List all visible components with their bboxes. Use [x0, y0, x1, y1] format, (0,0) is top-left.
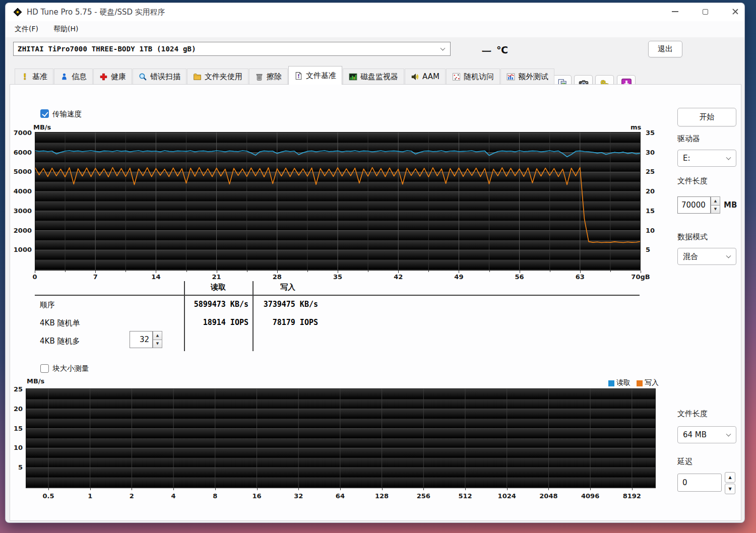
- queue-depth-stepper: ▲ ▼: [153, 331, 162, 348]
- axis-tick: [95, 271, 96, 273]
- tab-aam[interactable]: AAM: [405, 69, 446, 84]
- maximize-button[interactable]: [694, 3, 717, 20]
- tab-extra[interactable]: 额外测试: [500, 69, 554, 84]
- app-window: HD Tune Pro 5.75 - 硬盘/SSD 实用程序 文件(F) 帮助(…: [5, 3, 745, 523]
- tab-health[interactable]: 健康: [93, 69, 132, 84]
- tab-label: 健康: [111, 72, 126, 82]
- axis-tick: [125, 271, 126, 272]
- drive-label: 驱动器: [677, 134, 700, 144]
- file-length2-value: 64 MB: [683, 430, 707, 439]
- desktop: { "window": { "title": "HD Tune Pro 5.75…: [0, 0, 756, 533]
- tab-label: 基准: [32, 72, 47, 82]
- x-axis-label-block: 8192: [618, 492, 646, 500]
- queue-depth-input[interactable]: 32: [130, 331, 153, 348]
- table-divider: [35, 295, 640, 296]
- delay-down-button[interactable]: ▼: [725, 484, 735, 494]
- stepper-up-button[interactable]: ▲: [711, 196, 720, 206]
- x-axis-label-block: 1024: [493, 492, 521, 500]
- x-axis-label-block: 512: [451, 492, 479, 500]
- data-mode-dropdown[interactable]: 混合: [677, 248, 736, 265]
- x-axis-label-block: 32: [284, 492, 312, 500]
- start-button[interactable]: 开始: [677, 108, 736, 126]
- menu-bar: 文件(F) 帮助(H): [6, 21, 744, 37]
- y-axis-label-left: 6000: [9, 149, 32, 156]
- tab-random[interactable]: 随机访问: [446, 69, 500, 84]
- menu-file[interactable]: 文件(F): [15, 25, 38, 34]
- chevron-down-icon: [726, 155, 731, 160]
- minimize-button[interactable]: [663, 3, 686, 20]
- transfer-speed-checkbox[interactable]: [40, 109, 49, 118]
- axis-tick: [186, 271, 187, 272]
- column-header-read: 读取: [187, 283, 249, 292]
- window-title: HD Tune Pro 5.75 - 硬盘/SSD 实用程序: [27, 8, 165, 17]
- axis-tick: [550, 271, 550, 272]
- tab-bench[interactable]: !基准: [15, 69, 53, 84]
- y-axis-label-left: 2000: [9, 227, 32, 234]
- info-icon: [60, 73, 69, 81]
- y-axis-label-right: 5: [646, 246, 661, 253]
- x-axis-label: 63: [570, 273, 590, 281]
- bench-icon: !: [21, 73, 29, 81]
- axis-tick: [590, 488, 591, 490]
- x-axis-label-block: 4: [159, 492, 187, 500]
- title-bar: HD Tune Pro 5.75 - 硬盘/SSD 实用程序: [6, 3, 744, 21]
- exit-button[interactable]: 退出: [648, 41, 682, 57]
- y-axis-unit-block: MB/s: [27, 377, 44, 385]
- x-axis-label: 0: [25, 273, 45, 281]
- tab-filebench[interactable]: !文件基准: [288, 66, 342, 85]
- row-label-4kb-multi: 4KB 随机多: [40, 337, 80, 346]
- monitor-icon: [349, 73, 357, 81]
- axis-tick: [215, 488, 216, 490]
- tab-bar: !基准信息健康错误扫描文件夹使用擦除!文件基准磁盘监视器AAM随机访问额外测试: [15, 66, 554, 85]
- stepper-down-button[interactable]: ▼: [153, 340, 162, 349]
- x-axis-label: 49: [449, 273, 469, 281]
- x-axis-label: 70gB: [628, 273, 653, 281]
- random-icon: [452, 73, 461, 81]
- drive-select[interactable]: ZHITAI TiPro7000 THREE-BODY 1TB (1024 gB…: [13, 42, 451, 56]
- axis-tick: [340, 488, 341, 490]
- x-axis-label-block: 2: [117, 492, 146, 500]
- menu-help[interactable]: 帮助(H): [53, 25, 78, 34]
- block-size-label: 块大小测量: [52, 364, 89, 373]
- file-length-stepper: ▲ ▼: [711, 196, 720, 214]
- block-size-checkbox[interactable]: [40, 364, 49, 373]
- tab-label: 随机访问: [464, 72, 494, 82]
- data-mode-value: 混合: [683, 252, 698, 261]
- axis-tick: [298, 488, 299, 490]
- tab-scan[interactable]: 错误扫描: [133, 69, 186, 84]
- axis-tick: [277, 271, 278, 273]
- svg-text:!: !: [23, 73, 27, 81]
- chevron-down-icon: [726, 432, 731, 437]
- tab-label: 文件基准: [306, 71, 336, 81]
- tab-folder[interactable]: 文件夹使用: [187, 69, 248, 84]
- y-axis-label-left: 4000: [9, 187, 32, 195]
- legend-read-label: 读取: [616, 378, 631, 387]
- x-axis-label-block: 64: [326, 492, 354, 500]
- file-length-input[interactable]: 70000: [677, 196, 711, 214]
- tab-erase[interactable]: 擦除: [249, 69, 288, 84]
- extra-icon: [507, 73, 515, 81]
- tab-info[interactable]: 信息: [54, 69, 93, 84]
- tab-monitor[interactable]: 磁盘监视器: [343, 69, 404, 84]
- file-length2-label: 文件长度: [677, 409, 708, 419]
- axis-tick: [610, 271, 611, 272]
- x-axis-label-block: 0.5: [34, 492, 62, 500]
- x-axis-label-block: 1: [76, 492, 104, 500]
- close-button[interactable]: [724, 3, 745, 20]
- axis-tick: [507, 488, 508, 490]
- drive-dropdown[interactable]: E:: [677, 150, 736, 167]
- axis-tick: [398, 271, 399, 273]
- delay-input[interactable]: 0: [677, 474, 722, 492]
- temperature-unit: ℃: [496, 44, 508, 55]
- close-icon: [732, 8, 739, 15]
- x-axis-label: 35: [328, 273, 348, 281]
- axis-tick: [307, 271, 308, 272]
- axis-tick: [48, 488, 49, 490]
- delay-up-button[interactable]: ▲: [725, 472, 735, 483]
- stepper-down-button[interactable]: ▼: [711, 206, 720, 214]
- file-length2-dropdown[interactable]: 64 MB: [677, 426, 736, 443]
- x-axis-label-block: 4096: [576, 492, 604, 500]
- axis-tick: [65, 271, 66, 272]
- stepper-up-button[interactable]: ▲: [153, 331, 162, 340]
- table-divider: [184, 281, 185, 351]
